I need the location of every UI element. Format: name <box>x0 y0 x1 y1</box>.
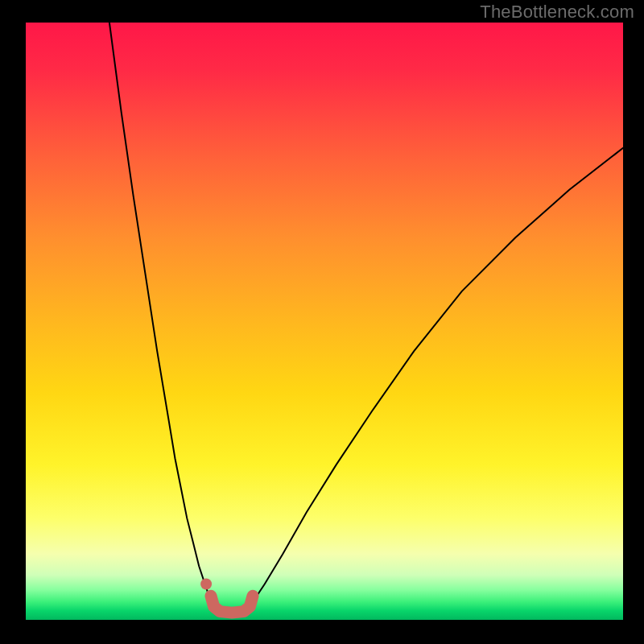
chart-container: TheBottleneck.com <box>0 0 644 644</box>
left-curve <box>109 23 211 602</box>
watermark-text: TheBottleneck.com <box>480 2 634 23</box>
curves-svg <box>26 23 623 620</box>
valley-highlight <box>211 596 253 613</box>
right-curve <box>253 148 623 602</box>
plot-area <box>26 23 623 620</box>
valley-dot-marker <box>200 579 212 590</box>
